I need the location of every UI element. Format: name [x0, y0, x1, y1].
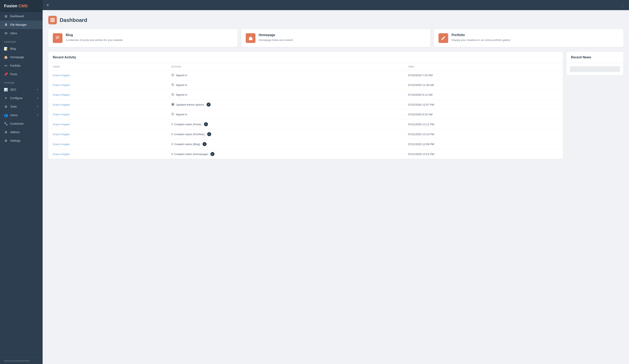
users-expand-icon[interactable]: + [37, 113, 38, 117]
hamburger-button[interactable]: ≡ [47, 3, 49, 7]
table-row: Grace Hopper#Created matrix (Portfolio)0… [48, 129, 563, 139]
action-text: Signed in [176, 84, 187, 87]
blog-card-title: Blog [66, 33, 123, 37]
activity-time-cell: 07/21/2020 12:10 PM [404, 129, 563, 139]
app-logo[interactable]: FusionCMS [0, 0, 43, 12]
user-link[interactable]: Grace Hopper [53, 123, 70, 126]
activity-action-cell: Signed in [167, 90, 403, 100]
action-icon [171, 73, 174, 77]
sidebar-item-label: SEO [10, 88, 16, 91]
sidebar-item-blog[interactable]: 📝 Blog [0, 44, 43, 53]
sidebar-item-users[interactable]: 👥 Users + [0, 111, 43, 119]
logo-fusion: Fusion [4, 4, 17, 8]
action-text: Signed in [176, 113, 187, 116]
user-link[interactable]: Grace Hopper [53, 74, 70, 77]
sidebar-item-configure[interactable]: ≡ Configure + [0, 94, 43, 102]
blog-card-body: Blog A collection of posts and articles … [66, 33, 123, 42]
news-panel-title: Recent News [567, 52, 623, 63]
svg-point-7 [52, 21, 53, 22]
portfolio-card-body: Portfolio Display your creations in an o… [452, 33, 510, 42]
action-text: Created matrix (Portfolio) [174, 133, 205, 136]
sidebar-item-file-manager[interactable]: 🖥 File Manager [0, 20, 43, 29]
topbar-more-button[interactable]: ⋮ [621, 3, 625, 7]
homepage-card[interactable]: Homepage Homepage fields and content [241, 29, 431, 47]
sidebar-item-homepage[interactable]: 🏠 Homepage [0, 53, 43, 61]
dashboard-icon: ⊞ [4, 14, 8, 18]
sidebar-item-tools[interactable]: ⚙ Tools + [0, 102, 43, 111]
portfolio-card[interactable]: Portfolio Display your creations in an o… [434, 29, 623, 47]
addons-icon: ⚙ [4, 130, 8, 134]
action-text: Created matrix (Homepage) [174, 153, 208, 156]
activity-time-cell: 07/21/2020 12:09 PM [404, 139, 563, 149]
activity-user-cell: Grace Hopper [48, 149, 167, 159]
action-detail-button[interactable] [210, 152, 214, 156]
action-text: Updated theme options [176, 103, 204, 106]
sidebar-footer: fusioncms.test/admin/files [0, 357, 43, 364]
sidebar-item-settings[interactable]: ⚙ Settings [0, 136, 43, 145]
sidebar-item-label: Configure [10, 96, 22, 100]
svg-point-8 [53, 21, 55, 22]
sidebar-item-label: Portfolio [10, 64, 20, 67]
user-link[interactable]: Grace Hopper [53, 93, 70, 96]
homepage-card-title: Homepage [259, 33, 293, 37]
activity-time-cell: 07/23/2020 11:30 AM [404, 80, 563, 90]
action-detail-button[interactable] [207, 102, 211, 107]
sidebar-item-inbox[interactable]: ✉ Inbox [0, 29, 43, 37]
user-link[interactable]: Grace Hopper [53, 133, 70, 136]
action-detail-button[interactable] [207, 132, 211, 136]
activity-action-cell: #Created matrix (Homepage) [167, 149, 403, 159]
user-link[interactable]: Grace Hopper [53, 103, 70, 106]
action-icon [171, 93, 174, 97]
activity-user-cell: Grace Hopper [48, 100, 167, 110]
table-row: Grace Hopper#Created matrix (Homepage)07… [48, 149, 563, 159]
homepage-card-desc: Homepage fields and content [259, 38, 293, 42]
blog-icon: 📝 [4, 47, 8, 50]
action-icon: # [171, 152, 173, 156]
sidebar: FusionCMS ⊞ Dashboard 🖥 File Manager ✉ I… [0, 0, 43, 364]
action-icon [171, 83, 174, 87]
sidebar-item-label: Homepage [10, 56, 24, 59]
svg-point-4 [52, 19, 53, 21]
activity-panel: Recent Activity USER ACTION TIME Grace H… [48, 52, 563, 159]
sidebar-item-dashboard[interactable]: ⊞ Dashboard [0, 12, 43, 20]
inbox-icon: ✉ [4, 31, 8, 35]
user-link[interactable]: Grace Hopper [53, 113, 70, 116]
action-detail-button[interactable] [202, 142, 207, 146]
svg-point-3 [50, 19, 52, 21]
tools-expand-icon[interactable]: + [37, 105, 38, 108]
svg-point-5 [53, 19, 55, 21]
action-text: Signed in [176, 93, 187, 96]
action-detail-button[interactable] [204, 122, 208, 126]
portfolio-card-desc: Display your creations in an online port… [452, 38, 510, 42]
logo-cms: CMS [19, 4, 28, 8]
activity-time-cell: 07/21/2020 12:11 PM [404, 119, 563, 129]
sidebar-item-portfolio[interactable]: ✏ Portfolio [0, 61, 43, 70]
sidebar-item-seo[interactable]: 📊 SEO + [0, 85, 43, 94]
col-user: USER [48, 63, 167, 71]
action-text: Created matrix (Posts) [174, 123, 201, 126]
activity-user-cell: Grace Hopper [48, 129, 167, 139]
table-row: Grace Hopper#Created matrix (Blog)07/21/… [48, 139, 563, 149]
seo-expand-icon[interactable]: + [37, 88, 38, 91]
news-loading-bar [570, 66, 620, 72]
svg-rect-9 [56, 36, 59, 37]
sidebar-item-label: Addons [10, 131, 20, 134]
sidebar-item-addons[interactable]: ⚙ Addons [0, 128, 43, 136]
homepage-card-body: Homepage Homepage fields and content [259, 33, 293, 42]
cards-row: Blog A collection of posts and articles … [48, 29, 623, 47]
configure-icon: ≡ [4, 96, 8, 100]
customize-icon: 🔧 [4, 122, 8, 125]
sidebar-item-posts[interactable]: 📌 Posts [0, 70, 43, 79]
svg-point-1 [52, 18, 53, 19]
activity-action-cell: Signed in [167, 110, 403, 119]
user-link[interactable]: Grace Hopper [53, 84, 70, 87]
activity-table: USER ACTION TIME Grace HopperSigned in07… [48, 63, 563, 159]
configure-expand-icon[interactable]: + [37, 96, 38, 100]
blog-card[interactable]: Blog A collection of posts and articles … [48, 29, 238, 47]
user-link[interactable]: Grace Hopper [53, 153, 70, 156]
action-icon: # [171, 123, 173, 126]
activity-user-cell: Grace Hopper [48, 139, 167, 149]
user-link[interactable]: Grace Hopper [53, 143, 70, 146]
sidebar-item-customize[interactable]: 🔧 Customize [0, 119, 43, 128]
portfolio-card-icon [439, 33, 448, 43]
